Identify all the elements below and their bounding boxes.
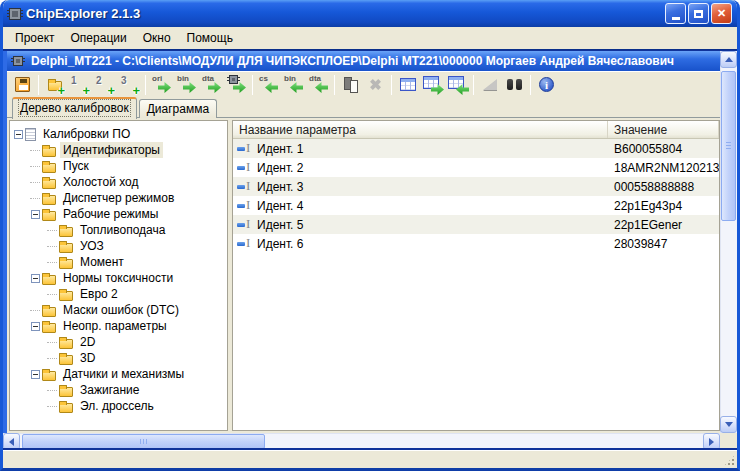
- binoculars-icon: [507, 79, 522, 90]
- find-button[interactable]: [502, 73, 527, 96]
- table-import-button[interactable]: [445, 73, 470, 96]
- tree-item-7[interactable]: УОЗ: [12, 238, 225, 254]
- folder-icon: [59, 387, 73, 397]
- menu-item-3[interactable]: Помощь: [179, 28, 241, 48]
- add-2-button[interactable]: 2+: [92, 73, 117, 96]
- minimize-button[interactable]: [665, 3, 686, 24]
- tab-calibration-tree[interactable]: Дерево калибровок: [12, 97, 137, 119]
- folder-icon: [42, 195, 56, 205]
- text-param-icon: I: [237, 200, 254, 212]
- table-view-button[interactable]: [395, 73, 420, 96]
- tree-expander-icon[interactable]: [31, 210, 40, 219]
- tree-item-label: Идентификаторы: [60, 142, 163, 158]
- tree-expander-icon[interactable]: [31, 274, 40, 283]
- text-param-icon: I: [237, 181, 254, 193]
- toolbar-separator: [252, 75, 253, 95]
- tree-item-9[interactable]: Нормы токсичности: [12, 270, 225, 286]
- scrollbar-corner: [720, 433, 737, 450]
- tree-connector: [46, 334, 59, 350]
- tree-item-16[interactable]: Зажигание: [12, 382, 225, 398]
- table-row-3[interactable]: IИдент. 422p1Eg43p4: [233, 196, 719, 215]
- menu-bar: ПроектОперацииОкноПомощь: [3, 27, 737, 49]
- maximize-button[interactable]: [688, 3, 709, 24]
- menu-item-2[interactable]: Окно: [135, 28, 179, 48]
- export-chip-button[interactable]: [224, 73, 249, 96]
- tree-item-label: Момент: [77, 254, 127, 270]
- tree-item-5[interactable]: Рабочие режимы: [12, 206, 225, 222]
- add-1-button[interactable]: 1+: [67, 73, 92, 96]
- tree-item-15[interactable]: Датчики и механизмы: [12, 366, 225, 382]
- table-export-button[interactable]: [420, 73, 445, 96]
- compare-dumps-button[interactable]: [338, 73, 363, 96]
- column-header-value[interactable]: Значение: [608, 121, 719, 138]
- scroll-up-button[interactable]: [720, 51, 737, 68]
- scroll-right-button[interactable]: [703, 433, 720, 450]
- tree-item-13[interactable]: 2D: [12, 334, 225, 350]
- app-chip-icon: [9, 8, 21, 20]
- plus-badge-icon: +: [107, 85, 115, 96]
- tree-item-1[interactable]: Идентификаторы: [12, 142, 225, 158]
- tree-item-3[interactable]: Холостой ход: [12, 174, 225, 190]
- format-label: bin: [284, 74, 296, 83]
- tree-connector: [46, 254, 59, 270]
- tree-expander-icon[interactable]: [31, 322, 40, 331]
- export-ori-button[interactable]: ori: [149, 73, 174, 96]
- tree-item-2[interactable]: Пуск: [12, 158, 225, 174]
- horizontal-scrollbar[interactable]: [3, 433, 720, 450]
- vertical-scrollbar[interactable]: [720, 51, 737, 433]
- tree-item-6[interactable]: Топливоподача: [12, 222, 225, 238]
- import-cs-button[interactable]: cs: [256, 73, 281, 96]
- tree-item-10[interactable]: Евро 2: [12, 286, 225, 302]
- triangle-icon: [483, 79, 497, 90]
- import-dta-button[interactable]: dta: [306, 73, 331, 96]
- table-icon: [400, 78, 416, 91]
- resize-grip[interactable]: [723, 454, 736, 467]
- add-3-button[interactable]: 3+: [117, 73, 142, 96]
- arrow-left-icon: [315, 82, 328, 93]
- tree-item-17[interactable]: Эл. дроссель: [12, 398, 225, 414]
- list-header: Название параметра Значение: [233, 121, 719, 139]
- measure-button[interactable]: [477, 73, 502, 96]
- tree-connector: [46, 398, 59, 414]
- tree-item-0[interactable]: Калибровки ПО: [12, 126, 225, 142]
- tree-item-11[interactable]: Маски ошибок (DTC): [12, 302, 225, 318]
- arrow-left-icon: [265, 82, 278, 93]
- menu-item-1[interactable]: Операции: [63, 28, 135, 48]
- number-label: 3: [121, 75, 127, 86]
- text-param-icon: I: [237, 238, 254, 250]
- add-folder-button[interactable]: +: [42, 73, 67, 96]
- import-bin-button[interactable]: bin: [281, 73, 306, 96]
- table-row-1[interactable]: IИдент. 218AMR2NM120213B6: [233, 158, 719, 177]
- vertical-scroll-thumb[interactable]: [721, 71, 736, 221]
- export-bin-button[interactable]: bin: [174, 73, 199, 96]
- scroll-down-button[interactable]: [720, 416, 737, 433]
- column-header-name[interactable]: Название параметра: [233, 121, 608, 138]
- folder-icon: [59, 355, 73, 365]
- tree-item-12[interactable]: Неопр. параметры: [12, 318, 225, 334]
- title-bar[interactable]: ChipExplorer 2.1.3 ✕: [3, 0, 737, 27]
- tree-item-4[interactable]: Диспетчер режимов: [12, 190, 225, 206]
- tree-item-14[interactable]: 3D: [12, 350, 225, 366]
- table-row-2[interactable]: IИдент. 3000558888888: [233, 177, 719, 196]
- table-row-0[interactable]: IИдент. 1B600055804: [233, 139, 719, 158]
- param-value: 22p1EGener: [608, 218, 719, 232]
- tab-diagram[interactable]: Диаграмма: [139, 99, 217, 118]
- tree-expander-icon[interactable]: [31, 370, 40, 379]
- toolbar-separator: [334, 75, 335, 95]
- info-icon: i: [539, 77, 554, 92]
- export-dta-button[interactable]: dta: [199, 73, 224, 96]
- document-title-bar[interactable]: Delphi_MT221 - C:\Clients\МОДУЛИ ДЛЯ ЧИП…: [7, 51, 720, 71]
- table-row-4[interactable]: IИдент. 522p1EGener: [233, 215, 719, 234]
- horizontal-scroll-thumb[interactable]: [22, 434, 265, 449]
- merge-button[interactable]: ✖: [363, 73, 388, 96]
- folder-icon: [59, 243, 73, 253]
- scroll-left-button[interactable]: [3, 433, 20, 450]
- save-button[interactable]: [10, 73, 35, 96]
- tree-item-8[interactable]: Момент: [12, 254, 225, 270]
- info-button[interactable]: i: [534, 73, 559, 96]
- folder-icon: [59, 339, 73, 349]
- menu-item-0[interactable]: Проект: [7, 28, 63, 48]
- table-row-5[interactable]: IИдент. 628039847: [233, 234, 719, 253]
- close-button[interactable]: ✕: [711, 3, 732, 24]
- tree-expander-icon[interactable]: [14, 130, 23, 139]
